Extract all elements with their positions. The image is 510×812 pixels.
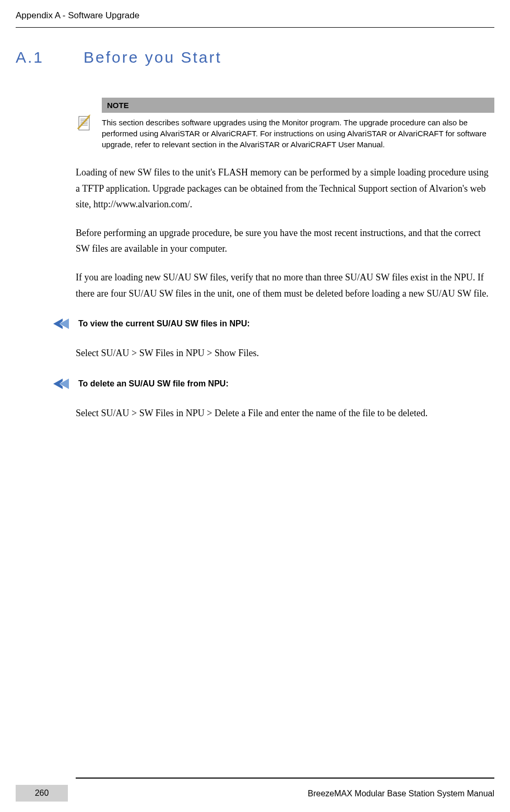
header-divider <box>16 27 494 28</box>
procedure-body: Select SU/AU > SW Files in NPU > Show Fi… <box>76 345 494 361</box>
section-title: Before you Start <box>84 49 222 66</box>
note-block: NOTE This section describes software upg… <box>76 98 494 150</box>
section-number: A.1 <box>16 49 84 66</box>
procedure-heading: To view the current SU/AU SW files in NP… <box>52 317 494 331</box>
note-header: NOTE <box>102 98 494 113</box>
page-footer: 260 BreezeMAX Modular Base Station Syste… <box>0 778 510 802</box>
note-content: NOTE This section describes software upg… <box>102 98 494 150</box>
body-paragraph: Loading of new SW files to the unit's FL… <box>76 164 494 213</box>
note-icon <box>76 114 92 131</box>
body-paragraph: If you are loading new SU/AU SW files, v… <box>76 269 494 301</box>
procedure-title: To view the current SU/AU SW files in NP… <box>78 319 250 328</box>
arrow-right-icon <box>52 377 69 391</box>
section-heading-row: A.1 Before you Start <box>0 49 510 66</box>
arrow-right-icon <box>52 317 69 331</box>
footer-row: 260 BreezeMAX Modular Base Station Syste… <box>16 785 494 802</box>
manual-title: BreezeMAX Modular Base Station System Ma… <box>68 789 494 802</box>
procedure-body: Select SU/AU > SW Files in NPU > Delete … <box>76 405 494 421</box>
footer-divider <box>76 778 494 779</box>
body-paragraph: Before performing an upgrade procedure, … <box>76 225 494 257</box>
page-number: 260 <box>16 785 68 802</box>
procedure-title: To delete an SU/AU SW file from NPU: <box>78 379 229 389</box>
content-area: NOTE This section describes software upg… <box>0 98 510 421</box>
page-header: Appendix A - Software Upgrade <box>0 0 510 28</box>
note-body: This section describes software upgrades… <box>102 113 494 150</box>
header-title: Appendix A - Software Upgrade <box>16 10 494 21</box>
procedure-heading: To delete an SU/AU SW file from NPU: <box>52 377 494 391</box>
note-icon-cell <box>76 98 102 150</box>
